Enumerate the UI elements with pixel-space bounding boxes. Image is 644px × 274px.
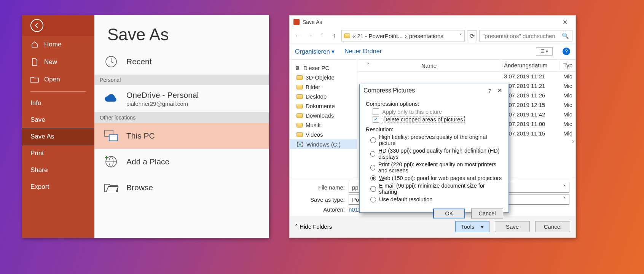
pc-icon: 🖥: [293, 64, 300, 71]
sidebar-label: Save As: [30, 133, 54, 140]
sidebar-item-share[interactable]: Share: [22, 162, 94, 178]
location-label: This PC: [126, 131, 155, 140]
tree-item[interactable]: Dokumente: [290, 101, 357, 111]
sidebar-item-export[interactable]: Export: [22, 178, 94, 195]
sidebar-label: Open: [44, 76, 60, 83]
backstage-sidebar: Home New Open Info Save Save As Print Sh…: [22, 15, 94, 238]
drive-icon: 💽: [296, 141, 303, 148]
folder-icon: [296, 94, 303, 99]
tree-item[interactable]: 💽Windows (C:): [290, 139, 357, 149]
search-input[interactable]: "presentations" durchsuchen 🔍: [479, 30, 572, 41]
modal-body: Compression options: Apply only to this …: [360, 97, 509, 206]
view-button[interactable]: ☰ ▾: [536, 47, 553, 56]
radio-resolution[interactable]: Print (220 ppi): excellent quality on mo…: [370, 161, 502, 174]
radio-icon: [370, 197, 376, 202]
sidebar-label: Share: [30, 166, 48, 174]
radio-resolution[interactable]: HD (330 ppi): good quality for high-defi…: [370, 148, 502, 160]
sidebar-item-print[interactable]: Print: [22, 145, 94, 162]
modal-title: Compress Pictures: [363, 87, 415, 94]
newfolder-button[interactable]: Neuer Ordner: [344, 48, 382, 55]
radio-resolution[interactable]: High fidelity: preserves quality of the …: [370, 134, 502, 146]
tree-item[interactable]: Downloads: [290, 111, 357, 120]
sidebar-label: Print: [30, 150, 44, 157]
tree-root[interactable]: 🖥Dieser PC: [290, 63, 357, 73]
tree-item[interactable]: Desktop: [290, 92, 357, 101]
nav-history-icon[interactable]: ˅: [317, 31, 327, 41]
chevron-down-icon: ▾: [332, 48, 335, 55]
nav-up-icon[interactable]: ↑: [329, 31, 339, 41]
sidebar-label: New: [44, 58, 57, 66]
sidebar-item-saveas[interactable]: Save As: [22, 128, 94, 145]
radio-icon: [370, 186, 376, 192]
table-row[interactable]: 3.07.2019 11:21Mic: [357, 72, 575, 81]
sidebar-item-info[interactable]: Info: [22, 95, 94, 112]
powerpoint-app-icon: [293, 19, 300, 25]
compress-pictures-modal: Compress Pictures ? ✕ Compression option…: [359, 84, 509, 213]
folder-icon: [296, 123, 303, 127]
radio-resolution[interactable]: E-mail (96 ppi): minimize document size …: [370, 183, 502, 195]
back-arrow-icon: [30, 19, 43, 32]
sidebar-item-home[interactable]: Home: [22, 36, 94, 53]
tree-item[interactable]: Videos: [290, 130, 357, 139]
location-addplace[interactable]: Add a Place: [94, 149, 269, 175]
radio-icon: [370, 175, 376, 181]
radio-resolution[interactable]: Web (150 ppi): good for web pages and pr…: [370, 175, 502, 181]
nav-back-icon[interactable]: ←: [293, 31, 303, 41]
location-label: Add a Place: [126, 157, 169, 166]
location-recent[interactable]: Recent: [94, 49, 269, 75]
col-name[interactable]: ˄Name: [357, 60, 500, 71]
address-bar[interactable]: « 21 - PowerPoint... › presentations ˅: [341, 30, 465, 41]
back-button[interactable]: [22, 15, 94, 36]
radio-icon: [370, 151, 375, 157]
section-resolution: Resolution:: [366, 126, 502, 132]
savetype-label: Save as type:: [290, 196, 345, 203]
open-icon: [30, 75, 39, 84]
folder-icon: [296, 75, 303, 80]
dialog-title: Save As: [303, 19, 322, 25]
section-personal: Personal: [94, 75, 269, 85]
location-browse[interactable]: Browse: [94, 175, 269, 201]
sidebar-separator: [30, 91, 86, 92]
col-date[interactable]: Änderungsdatum: [500, 60, 560, 71]
refresh-icon[interactable]: ⟳: [467, 30, 477, 41]
help-icon[interactable]: ?: [563, 48, 570, 55]
sidebar-label: Save: [30, 116, 45, 124]
nav-forward-icon[interactable]: →: [305, 31, 315, 41]
addplace-icon: [104, 154, 119, 169]
help-icon[interactable]: ?: [485, 88, 495, 94]
organize-button[interactable]: Organisieren ▾: [295, 48, 335, 55]
file-header: ˄Name Änderungsdatum Typ: [357, 60, 575, 72]
modal-cancel-button[interactable]: Cancel: [471, 209, 503, 218]
sidebar-item-save[interactable]: Save: [22, 112, 94, 128]
browse-icon: [104, 180, 119, 195]
dialog-titlebar: Save As ✕: [290, 16, 575, 29]
radio-resolution[interactable]: Use default resolution: [370, 196, 502, 202]
folder-icon: [296, 85, 303, 89]
col-type[interactable]: Typ: [560, 60, 575, 71]
breadcrumb-segment[interactable]: « 21 - PowerPoint...: [352, 33, 403, 39]
hide-folders-toggle[interactable]: ˄ Hide Folders: [295, 223, 332, 230]
location-onedrive[interactable]: OneDrive - Personal pialehner29@gmail.co…: [94, 85, 269, 112]
sort-up-icon[interactable]: ˄: [361, 62, 376, 69]
filename-label: File name:: [290, 184, 345, 191]
breadcrumb-segment[interactable]: presentations: [409, 33, 443, 39]
tree-item[interactable]: 3D-Objekte: [290, 73, 357, 82]
ok-button[interactable]: OK: [433, 209, 465, 218]
radio-icon: [370, 165, 375, 170]
page-title: Save As: [94, 15, 269, 49]
checkbox-apply-only[interactable]: Apply only to this picture: [373, 108, 502, 115]
sidebar-item-open[interactable]: Open: [22, 71, 94, 88]
close-icon[interactable]: ✕: [557, 19, 572, 26]
thispc-icon: [104, 128, 119, 143]
tree-item[interactable]: Musik: [290, 120, 357, 130]
tree-item[interactable]: Bilder: [290, 82, 357, 92]
filename-dropdown[interactable]: ˅: [509, 182, 569, 193]
chevron-down-icon[interactable]: ˅: [459, 32, 462, 39]
folder-icon: [296, 113, 303, 118]
cancel-button[interactable]: Cancel: [535, 221, 570, 232]
checkbox-delete-cropped[interactable]: ✓ Delete cropped areas of pictures: [373, 116, 502, 123]
close-icon[interactable]: ✕: [495, 87, 505, 94]
backstage-main: Save As Recent Personal OneDrive - Perso…: [94, 15, 269, 238]
location-thispc[interactable]: This PC: [94, 123, 269, 149]
sidebar-item-new[interactable]: New: [22, 53, 94, 71]
